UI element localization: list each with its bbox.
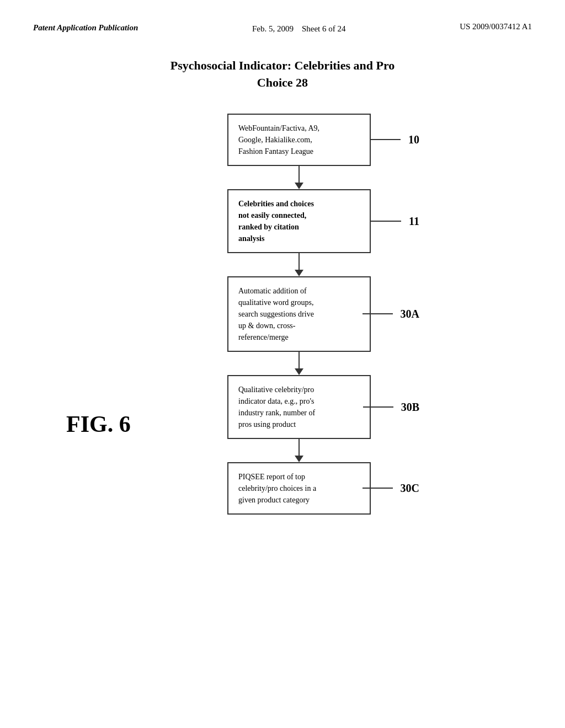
label-1: 10 [370, 131, 419, 148]
arrow-stem-4 [299, 439, 300, 456]
label-4-text: 30B [401, 399, 419, 415]
flow-row-5: PIQSEE report of topcelebrity/pro choice… [227, 462, 371, 515]
header-sheet: Sheet 6 of 24 [302, 24, 346, 33]
title-line2: Choice 28 [33, 74, 532, 92]
header-left-label: Patent Application Publication [33, 22, 138, 34]
diagram-title: Psychosocial Indicator: Celebrities and … [33, 57, 532, 92]
box3-text: Automatic addition ofqualitative word gr… [238, 287, 314, 341]
arrow-head-2 [295, 270, 303, 276]
fig-label: FIG. 6 [66, 411, 131, 437]
label-2-text: 11 [409, 213, 419, 229]
flow-box-2: Celebrities and choicesnot easily connec… [227, 189, 371, 253]
box5-text: PIQSEE report of topcelebrity/pro choice… [238, 473, 316, 504]
title-line1: Psychosocial Indicator: Celebrities and … [33, 57, 532, 74]
arrow-stem-2 [299, 253, 300, 270]
label-5-text: 30C [401, 480, 419, 496]
label-4: 30B [363, 399, 419, 415]
arrow-stem-3 [299, 352, 300, 368]
box1-text: WebFountain/Factiva, A9,Google, Hakialik… [238, 124, 319, 156]
box2-text: Celebrities and choicesnot easily connec… [238, 200, 314, 243]
flow-box-3: Automatic addition ofqualitative word gr… [227, 276, 371, 352]
flow-box-4: Qualitative celebrity/proindicator data,… [227, 375, 371, 439]
flow-row-1: WebFountain/Factiva, A9,Google, Hakialik… [227, 114, 371, 166]
arrow-stem-1 [299, 166, 300, 183]
arrow-1 [295, 166, 303, 189]
arrow-head-3 [295, 368, 303, 375]
arrow-2 [295, 253, 303, 276]
flow-row-3: Automatic addition ofqualitative word gr… [227, 276, 371, 352]
connector-line-1 [370, 139, 401, 140]
flow-box-1: WebFountain/Factiva, A9,Google, Hakialik… [227, 114, 371, 166]
label-2: 11 [371, 213, 419, 229]
header-right: US 2009/0037412 A1 [460, 22, 532, 31]
arrow-3 [295, 352, 303, 375]
flow-row-4: Qualitative celebrity/proindicator data,… [227, 375, 371, 439]
connector-line-5 [363, 488, 393, 489]
header-date: Feb. 5, 2009 [252, 24, 294, 33]
header-center: Feb. 5, 2009 Sheet 6 of 24 [252, 22, 346, 35]
diagram-area: WebFountain/Factiva, A9,Google, Hakialik… [33, 114, 532, 515]
arrow-head-4 [295, 456, 303, 462]
connector-line-3 [363, 313, 393, 314]
label-5: 30C [363, 480, 419, 496]
arrow-head-1 [295, 183, 303, 189]
flowchart: WebFountain/Factiva, A9,Google, Hakialik… [227, 114, 371, 515]
box4-text: Qualitative celebrity/proindicator data,… [238, 386, 315, 429]
label-3-text: 30A [401, 306, 419, 322]
label-1-text: 10 [408, 131, 419, 148]
label-3: 30A [363, 306, 419, 322]
connector-line-2 [371, 221, 401, 222]
arrow-4 [295, 439, 303, 462]
page: Patent Application Publication Feb. 5, 2… [0, 0, 565, 728]
flow-box-5: PIQSEE report of topcelebrity/pro choice… [227, 462, 371, 515]
connector-line-4 [363, 406, 393, 408]
flow-row-2: Celebrities and choicesnot easily connec… [227, 189, 371, 253]
header: Patent Application Publication Feb. 5, 2… [33, 22, 532, 35]
